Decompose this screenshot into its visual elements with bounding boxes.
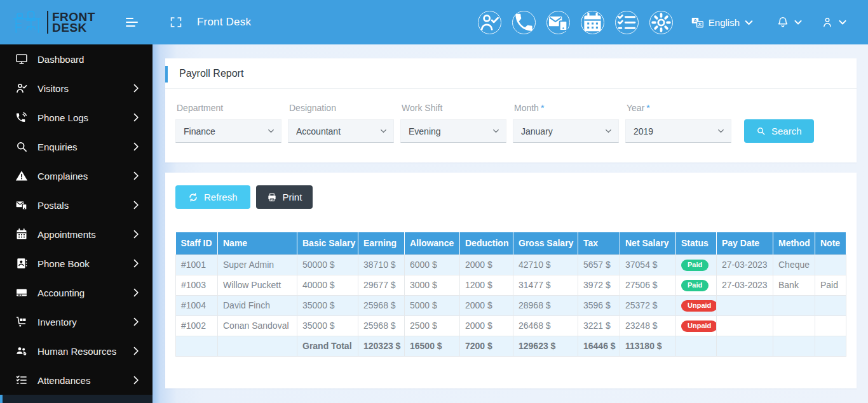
sidebar-item-complaines[interactable]: Complaines	[0, 161, 153, 190]
table-toolbar: Refresh Print	[175, 185, 846, 209]
sidebar-item-accounting[interactable]: Accounting	[0, 278, 153, 307]
sidebar-item-active-partial[interactable]	[0, 395, 153, 403]
header-action-visitors[interactable]	[478, 11, 501, 34]
required-asterisk: *	[541, 103, 544, 113]
cell-gross_salary: 31477 $	[513, 275, 578, 295]
cell-staff_id: #1003	[176, 275, 218, 295]
sidebar-item-appointments[interactable]: Appointments	[0, 220, 153, 249]
notifications-menu[interactable]	[776, 16, 804, 29]
payroll-report-panel: Payroll Report DepartmentFinanceDesignat…	[165, 58, 857, 162]
sidebar-item-enquiries[interactable]: Enquiries	[0, 132, 153, 161]
payroll-table-panel: Refresh Print Staff IDN	[165, 173, 857, 388]
header-action-settings[interactable]	[649, 11, 673, 34]
chevron-right-icon	[130, 345, 142, 357]
search-button[interactable]: Search	[744, 119, 814, 143]
contact-card-icon	[15, 257, 28, 270]
cell-pay_date: 27-03-2023	[717, 275, 773, 295]
logo-text: FRONT DESK	[52, 11, 95, 33]
cell-basic_salary: 35000 $	[297, 295, 358, 315]
header-action-appointments[interactable]	[581, 11, 604, 34]
filter-label-department: Department	[177, 103, 281, 113]
cell-staff_id: #1002	[176, 315, 218, 336]
person-check-icon	[478, 11, 501, 34]
cell-note	[815, 254, 846, 275]
sidebar-item-attendances[interactable]: Attendances	[0, 366, 153, 395]
postal-icon	[547, 11, 569, 34]
header-action-buttons	[467, 11, 673, 34]
print-button[interactable]: Print	[256, 185, 313, 209]
warning-icon	[15, 169, 28, 182]
front-desk-logo-icon	[13, 10, 42, 35]
sidebar-item-phone-book[interactable]: Phone Book	[0, 249, 153, 278]
refresh-button-label: Refresh	[204, 192, 238, 202]
department-select[interactable]: Finance	[175, 119, 281, 143]
cell-basic_salary: 50000 $	[297, 254, 358, 275]
sidebar-item-human-resources[interactable]: Human Resources	[0, 336, 153, 366]
cell-staff_id: #1001	[176, 254, 218, 275]
main-content: Payroll Report DepartmentFinanceDesignat…	[153, 44, 868, 403]
sidebar-item-phone-logs[interactable]: Phone Logs	[0, 103, 153, 132]
cell-allowance: 2500 $	[405, 315, 460, 336]
chevron-right-icon	[130, 374, 142, 386]
page-title: Payroll Report	[179, 68, 844, 79]
designation-select[interactable]: Accountant	[288, 119, 394, 143]
app-logo[interactable]: FRONT DESK	[13, 10, 95, 35]
chevron-right-icon	[130, 199, 142, 211]
filter-month: Month*January	[513, 103, 619, 143]
filter-work-shift: Work ShiftEvening	[400, 103, 506, 143]
sidebar-item-dashboard[interactable]: Dashboard	[0, 44, 153, 74]
refresh-button[interactable]: Refresh	[175, 185, 250, 209]
grand-total-row: Grand Total120323 $16500 $7200 $129623 $…	[176, 336, 846, 356]
sidebar-item-label: Postals	[37, 200, 130, 211]
cell-earning: 38710 $	[358, 254, 405, 275]
sidebar-item-label: Inventory	[37, 317, 130, 327]
filter-year: Year*2019	[625, 103, 731, 143]
cell-earning: 25968 $	[358, 315, 405, 336]
top-header: FRONT DESK Front Desk	[0, 0, 868, 44]
chevron-right-icon	[130, 169, 142, 182]
table-row: #1002Conan Sandoval35000 $25968 $2500 $2…	[176, 315, 846, 336]
cell-gross_salary: 28968 $	[513, 295, 578, 315]
fullscreen-icon[interactable]	[169, 15, 183, 29]
sidebar-item-label: Phone Book	[37, 258, 130, 269]
header-action-postals[interactable]	[546, 11, 570, 34]
header-action-tasks[interactable]	[615, 11, 639, 34]
sidebar-item-visitors[interactable]: Visitors	[0, 74, 153, 103]
status-badge: Unpaid	[681, 300, 717, 312]
cell-method: Bank	[773, 275, 815, 295]
search-icon	[15, 140, 28, 153]
sidebar-item-inventory[interactable]: Inventory	[0, 307, 153, 336]
cell-basic_salary: 40000 $	[297, 275, 358, 295]
cell-note: Paid	[815, 275, 846, 295]
refresh-icon	[188, 192, 198, 202]
work-shift-select[interactable]: Evening	[400, 119, 506, 143]
cell-earning: 25968 $	[358, 295, 405, 315]
total-cell-tax: 16446 $	[578, 336, 620, 356]
header-action-phone-logs[interactable]	[512, 11, 536, 34]
sidebar-nav: DashboardVisitorsPhone LogsEnquiriesComp…	[0, 44, 153, 403]
chevron-right-icon	[130, 111, 142, 124]
cell-status: Paid	[676, 275, 717, 295]
cell-pay_date	[717, 315, 773, 336]
column-header-staff_id: Staff ID	[176, 232, 218, 254]
column-header-gross_salary: Gross Salary	[513, 232, 578, 254]
user-menu[interactable]	[821, 16, 849, 29]
month-select[interactable]: January	[513, 119, 619, 143]
status-badge: Paid	[681, 280, 709, 291]
chevron-right-icon	[130, 286, 142, 299]
sidebar-toggle-icon[interactable]	[126, 16, 141, 29]
sidebar-item-postals[interactable]: Postals	[0, 190, 153, 220]
year-select[interactable]: 2019	[625, 119, 731, 143]
filter-designation: DesignationAccountant	[288, 103, 394, 143]
gear-icon	[650, 11, 672, 34]
filter-label-year: Year*	[627, 103, 731, 113]
cell-net_salary: 25372 $	[620, 295, 676, 315]
sidebar-item-label: Enquiries	[37, 142, 130, 152]
sidebar-item-label: Human Resources	[37, 346, 130, 357]
cell-tax: 3972 $	[578, 275, 620, 295]
table-row: #1004David Finch35000 $25968 $5000 $2000…	[176, 295, 846, 315]
language-selector[interactable]: A English	[691, 16, 760, 29]
filter-label-designation: Designation	[289, 103, 394, 113]
cell-pay_date: 27-03-2023	[717, 254, 773, 275]
total-cell-deduction: 7200 $	[460, 336, 513, 356]
